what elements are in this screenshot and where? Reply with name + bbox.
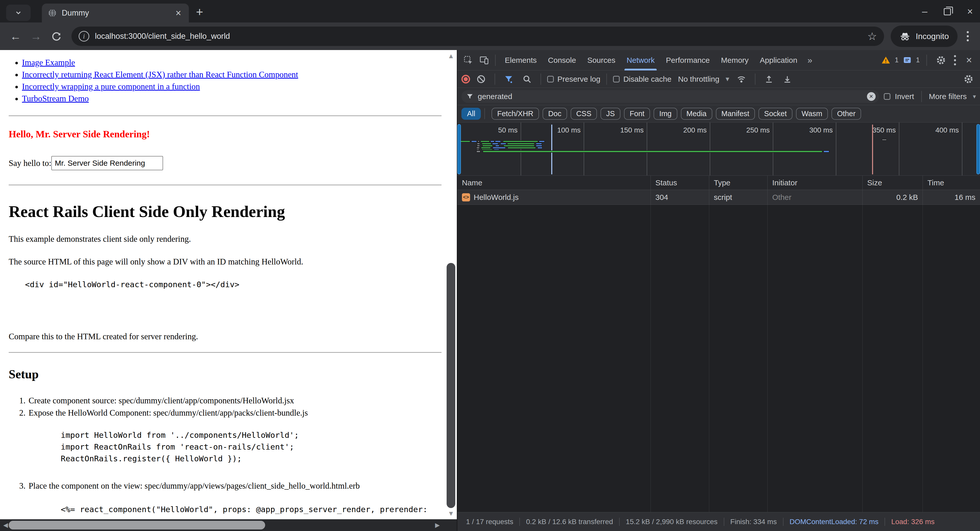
- request-time[interactable]: 16 ms: [923, 190, 980, 205]
- scroll-down-icon[interactable]: ▼: [445, 507, 457, 519]
- column-header-name[interactable]: Name: [457, 175, 651, 190]
- browser-tab[interactable]: Dummy ×: [42, 3, 189, 22]
- new-tab-button[interactable]: +: [196, 5, 203, 19]
- import-har-button[interactable]: [762, 72, 776, 86]
- more-filters-button[interactable]: More filters: [929, 92, 967, 101]
- minimize-button[interactable]: –: [922, 6, 928, 17]
- filter-chip[interactable]: Socket: [759, 108, 792, 120]
- device-toolbar-button[interactable]: [477, 53, 492, 68]
- tab-close-button[interactable]: ×: [173, 8, 183, 18]
- issues-icon[interactable]: [903, 56, 912, 65]
- site-info-icon[interactable]: i: [79, 31, 89, 41]
- devtools-tab[interactable]: Memory: [715, 50, 754, 70]
- clear-filter-button[interactable]: ×: [867, 92, 876, 101]
- record-network-log-icon[interactable]: [461, 75, 470, 83]
- page-link[interactable]: TurboStream Demo: [22, 94, 89, 103]
- back-button[interactable]: ←: [6, 30, 24, 43]
- column-header-status[interactable]: Status: [651, 175, 709, 190]
- overview-drag-handle[interactable]: [977, 124, 980, 174]
- devtools-tab[interactable]: Elements: [499, 50, 542, 70]
- chevron-down-icon: [14, 9, 22, 17]
- devtools-tab[interactable]: Application: [754, 50, 803, 70]
- column-header-initiator[interactable]: Initiator: [768, 175, 862, 190]
- filter-chip[interactable]: Media: [681, 108, 712, 120]
- waterfall-bar: [539, 140, 545, 142]
- devtools-panel: ElementsConsoleSourcesNetworkPerformance…: [457, 50, 980, 531]
- forward-button[interactable]: →: [27, 30, 45, 43]
- warning-icon[interactable]: [881, 56, 891, 65]
- divider: [495, 55, 496, 66]
- filter-chip[interactable]: All: [461, 108, 481, 120]
- preserve-log-checkbox[interactable]: [547, 76, 554, 83]
- clear-network-log-button[interactable]: [474, 72, 488, 86]
- waterfall-bar: [477, 145, 480, 147]
- devtools-close-button[interactable]: ×: [962, 53, 977, 68]
- filter-input[interactable]: generated ×: [461, 90, 879, 103]
- page-content: Image ExampleIncorrectly returning React…: [0, 50, 445, 519]
- waterfall-bar: [503, 140, 538, 142]
- tab-search-button[interactable]: [6, 5, 30, 21]
- scroll-up-icon[interactable]: ▲: [445, 50, 457, 62]
- network-conditions-button[interactable]: [734, 72, 749, 86]
- column-header-type[interactable]: Type: [709, 175, 768, 190]
- filter-toggle-button[interactable]: [501, 72, 516, 86]
- filter-chip[interactable]: CSS: [571, 108, 597, 120]
- devtools-tab[interactable]: Network: [621, 50, 660, 70]
- devtools-tab[interactable]: Sources: [582, 50, 621, 70]
- filter-chip[interactable]: Img: [654, 108, 677, 120]
- filter-chip[interactable]: JS: [600, 108, 620, 120]
- column-header-time[interactable]: Time: [923, 175, 980, 190]
- request-status[interactable]: 304: [651, 190, 709, 205]
- table-row[interactable]: <> HelloWorld.js: [457, 190, 651, 205]
- devtools-tab[interactable]: Performance: [660, 50, 715, 70]
- request-type[interactable]: script: [709, 190, 768, 205]
- page-link[interactable]: Incorrectly returning React Element (JSX…: [22, 70, 298, 79]
- network-overview[interactable]: 50 ms100 ms150 ms200 ms250 ms300 ms350 m…: [457, 123, 980, 175]
- devtools-tab[interactable]: Console: [542, 50, 582, 70]
- devtools-menu-button[interactable]: [954, 55, 956, 65]
- network-settings-button[interactable]: [961, 72, 976, 86]
- summary-item: Finish: 334 ms: [724, 518, 783, 526]
- filter-chip[interactable]: Wasm: [796, 108, 828, 120]
- filter-chip[interactable]: Other: [832, 108, 861, 120]
- column-header-size[interactable]: Size: [862, 175, 923, 190]
- vertical-scrollbar[interactable]: ▲ ▼: [445, 50, 457, 519]
- page-link[interactable]: Image Example: [22, 58, 75, 67]
- disable-cache-checkbox[interactable]: [613, 76, 620, 83]
- search-button[interactable]: [520, 72, 535, 86]
- url-text[interactable]: localhost:3000/client_side_hello_world: [95, 32, 862, 41]
- page-link[interactable]: Incorrectly wrapping a pure component in…: [22, 82, 200, 91]
- filter-chip[interactable]: Manifest: [716, 108, 755, 120]
- address-bar[interactable]: i localhost:3000/client_side_hello_world…: [72, 27, 884, 46]
- export-har-button[interactable]: [780, 72, 795, 86]
- filter-chip[interactable]: Font: [624, 108, 650, 120]
- devtools-settings-button[interactable]: [934, 53, 948, 68]
- horizontal-scroll-thumb[interactable]: [9, 521, 265, 529]
- overview-drag-handle[interactable]: [457, 124, 461, 174]
- hello-name-input[interactable]: [51, 156, 163, 170]
- timeline-gridline: [710, 123, 710, 175]
- invert-checkbox[interactable]: [884, 93, 891, 100]
- vertical-scroll-thumb[interactable]: [447, 263, 455, 508]
- scroll-right-icon[interactable]: ▶: [432, 521, 443, 529]
- code-block: import HelloWorld from '../components/He…: [61, 429, 445, 464]
- restore-button[interactable]: [944, 8, 951, 15]
- bookmark-star-icon[interactable]: ☆: [867, 30, 877, 43]
- request-size[interactable]: 0.2 kB: [862, 190, 923, 205]
- timeline-gridline: [962, 123, 963, 175]
- request-initiator[interactable]: Other: [768, 190, 862, 205]
- inspect-element-button[interactable]: [461, 53, 476, 68]
- filter-chip[interactable]: Fetch/XHR: [492, 108, 539, 120]
- throttling-select[interactable]: No throttling: [678, 75, 719, 83]
- reload-button[interactable]: [48, 31, 65, 41]
- waterfall-bar: [495, 145, 500, 147]
- filter-chip[interactable]: Doc: [542, 108, 567, 120]
- code-line: import HelloWorld from '../components/He…: [61, 429, 445, 441]
- window-close-button[interactable]: ×: [967, 6, 973, 17]
- filter-input-value[interactable]: generated: [478, 92, 863, 101]
- horizontal-scrollbar[interactable]: ◀ ▶: [0, 519, 457, 531]
- waterfall-bar: [481, 147, 491, 149]
- more-tabs-button[interactable]: »: [804, 55, 816, 65]
- divider: [926, 55, 927, 66]
- browser-menu-button[interactable]: [967, 31, 969, 41]
